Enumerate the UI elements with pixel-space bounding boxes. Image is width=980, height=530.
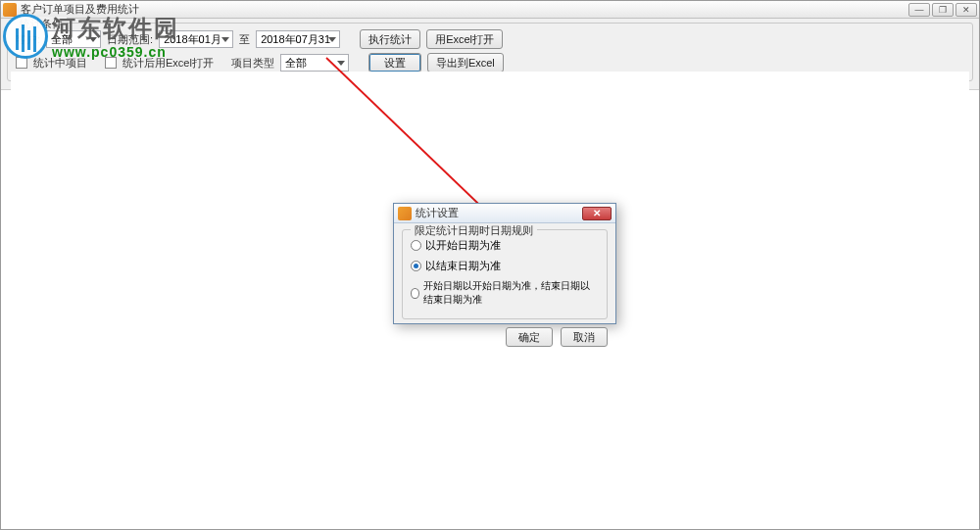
radio-both-dates-input[interactable] bbox=[411, 288, 419, 299]
window-title: 客户订单项目及费用统计 bbox=[21, 2, 908, 17]
radio-start-date-input[interactable] bbox=[411, 240, 421, 251]
settings-button[interactable]: 设置 bbox=[368, 53, 421, 72]
radio-end-date-input[interactable] bbox=[411, 261, 421, 271]
radio-end-date-label: 以结束日期为准 bbox=[425, 259, 501, 273]
window-controls: — ❐ ✕ bbox=[908, 3, 977, 17]
radio-end-date[interactable]: 以结束日期为准 bbox=[411, 259, 599, 273]
date-to-value: 2018年07月31 bbox=[261, 32, 330, 47]
date-rule-group: 限定统计日期时日期规则 以开始日期为准 以结束日期为准 开始日期以开始日期为准，… bbox=[402, 229, 608, 319]
date-rule-group-title: 限定统计日期时日期规则 bbox=[411, 223, 537, 238]
date-from-combo[interactable]: 2018年01月 bbox=[159, 30, 233, 48]
maximize-button[interactable]: ❐ bbox=[932, 3, 954, 17]
include-subproject-label: 统计中项目 bbox=[33, 56, 87, 71]
window-titlebar: 客户订单项目及费用统计 — ❐ ✕ bbox=[1, 1, 979, 19]
open-after-export-label: 统计后用Excel打开 bbox=[122, 56, 214, 71]
dialog-icon bbox=[398, 207, 412, 220]
dialog-footer: 确定 取消 bbox=[394, 325, 615, 353]
project-type-label: 项目类型 bbox=[231, 56, 274, 71]
filter-group-title: 统计条件 bbox=[16, 17, 67, 31]
date-to-label: 至 bbox=[239, 32, 250, 47]
customer-label: 客户: bbox=[16, 32, 40, 47]
radio-start-date-label: 以开始日期为准 bbox=[425, 238, 501, 253]
radio-start-date[interactable]: 以开始日期为准 bbox=[411, 238, 599, 253]
customer-combo[interactable]: 全部 bbox=[46, 30, 101, 48]
dialog-cancel-button[interactable]: 取消 bbox=[561, 327, 608, 347]
minimize-button[interactable]: — bbox=[908, 3, 930, 17]
radio-both-dates[interactable]: 开始日期以开始日期为准，结束日期以结束日期为准 bbox=[411, 279, 599, 307]
date-from-value: 2018年01月 bbox=[164, 32, 221, 47]
dialog-ok-button[interactable]: 确定 bbox=[506, 327, 553, 347]
settings-dialog: 统计设置 ✕ 限定统计日期时日期规则 以开始日期为准 以结束日期为准 开始日期以… bbox=[393, 203, 616, 324]
close-button[interactable]: ✕ bbox=[956, 3, 977, 17]
dialog-titlebar: 统计设置 ✕ bbox=[394, 204, 615, 223]
open-after-export-checkbox[interactable] bbox=[105, 57, 117, 69]
app-icon bbox=[3, 3, 17, 17]
open-excel-button[interactable]: 用Excel打开 bbox=[426, 29, 503, 49]
export-excel-button[interactable]: 导出到Excel bbox=[427, 53, 504, 72]
include-subproject-checkbox[interactable] bbox=[16, 57, 27, 69]
customer-combo-value: 全部 bbox=[51, 32, 73, 47]
run-stats-button[interactable]: 执行统计 bbox=[360, 29, 420, 49]
dialog-close-button[interactable]: ✕ bbox=[582, 207, 612, 220]
date-range-label: 日期范围: bbox=[107, 32, 153, 47]
project-type-combo[interactable]: 全部 bbox=[280, 54, 349, 72]
project-type-value: 全部 bbox=[285, 56, 307, 71]
date-to-combo[interactable]: 2018年07月31 bbox=[256, 30, 340, 48]
dialog-title-text: 统计设置 bbox=[416, 206, 582, 220]
radio-both-dates-label: 开始日期以开始日期为准，结束日期以结束日期为准 bbox=[423, 279, 599, 307]
